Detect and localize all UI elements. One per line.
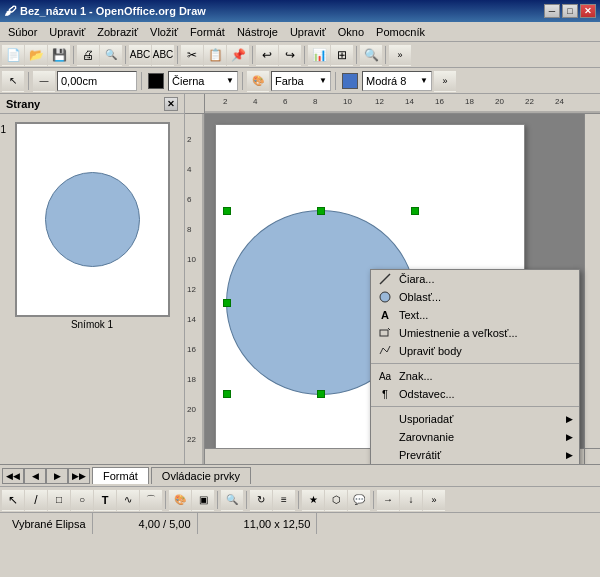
title-bar: 🖌 Bez_názvu 1 - OpenOffice.org Draw ─ □ …	[0, 0, 600, 22]
coord-input[interactable]: 0,00cm	[57, 71, 137, 91]
align-tool[interactable]: ≡	[273, 489, 295, 511]
handle-tl[interactable]	[223, 207, 231, 215]
callout-tool[interactable]: 💬	[348, 489, 370, 511]
scrollbar-vertical[interactable]	[584, 114, 600, 448]
maximize-button[interactable]: □	[562, 4, 578, 18]
curve-tool[interactable]: ∿	[117, 489, 139, 511]
more-btn2[interactable]: »	[434, 70, 456, 92]
handle-ml[interactable]	[223, 299, 231, 307]
undo-button[interactable]: ↩	[256, 44, 278, 66]
color-dropdown[interactable]: Čierna ▼	[168, 71, 238, 91]
next-page-btn[interactable]: ▶	[46, 468, 68, 484]
menu-format[interactable]: Formát	[184, 24, 231, 40]
color-arrow[interactable]: ▼	[226, 76, 234, 85]
text-tool[interactable]: T	[94, 489, 116, 511]
chart-button[interactable]: 📊	[308, 44, 330, 66]
close-button[interactable]: ✕	[580, 4, 596, 18]
menu-tools[interactable]: Nástroje	[231, 24, 284, 40]
line-color-arrow[interactable]: ▼	[420, 76, 428, 85]
rect-tool[interactable]: □	[48, 489, 70, 511]
slide-thumbnail[interactable]	[15, 122, 170, 317]
more-button[interactable]: »	[389, 44, 411, 66]
menu-view[interactable]: Zobraziť	[91, 24, 144, 40]
color-swatch[interactable]	[148, 73, 164, 89]
context-menu: Čiara... Oblasť... A Text... Umiestnenie…	[370, 269, 580, 464]
line-color-swatch[interactable]	[342, 73, 358, 89]
rotate-tool[interactable]: ↻	[250, 489, 272, 511]
ctx-position[interactable]: Umiestnenie a veľkosť...	[371, 324, 579, 342]
fill-btn[interactable]: 🎨	[247, 70, 269, 92]
select-tool[interactable]: ↖	[2, 489, 24, 511]
print-button[interactable]: 🖨	[77, 44, 99, 66]
ctx-ciara-label: Čiara...	[399, 273, 434, 285]
menu-edit[interactable]: Upraviť	[43, 24, 91, 40]
ctx-text[interactable]: A Text...	[371, 306, 579, 324]
line-color-dropdown[interactable]: Modrá 8 ▼	[362, 71, 432, 91]
fill-tool[interactable]: 🎨	[169, 489, 191, 511]
line-style-btn[interactable]: —	[33, 70, 55, 92]
ctx-arrange[interactable]: Usporiadať	[371, 410, 579, 428]
fill-arrow[interactable]: ▼	[319, 76, 327, 85]
ctx-edit-points[interactable]: Upraviť body	[371, 342, 579, 360]
sep5	[304, 46, 305, 64]
symbol-tool[interactable]: ★	[302, 489, 324, 511]
toolbar-standard: 📄 📂 💾 🖨 🔍 ABC ABC ✂ 📋 📌 ↩ ↪ 📊 ⊞ 🔍 »	[0, 42, 600, 68]
more-draw[interactable]: »	[423, 489, 445, 511]
cut-button[interactable]: ✂	[181, 44, 203, 66]
ctx-paragraph[interactable]: ¶ Odstavec...	[371, 385, 579, 403]
fill-dropdown[interactable]: Farba ▼	[271, 71, 331, 91]
menu-insert[interactable]: Vložiť	[144, 24, 184, 40]
zoom-tool[interactable]: 🔍	[221, 489, 243, 511]
sidebar-close-button[interactable]: ✕	[164, 97, 178, 111]
last-page-btn[interactable]: ▶▶	[68, 468, 90, 484]
redo-button[interactable]: ↪	[279, 44, 301, 66]
table-button[interactable]: ⊞	[331, 44, 353, 66]
line-tool[interactable]: /	[25, 489, 47, 511]
handle-tr[interactable]	[411, 207, 419, 215]
zoom-in[interactable]: 🔍	[360, 44, 382, 66]
copy-button[interactable]: 📋	[204, 44, 226, 66]
ctx-flip[interactable]: Prevrátiť	[371, 446, 579, 464]
spell-button[interactable]: ABC	[129, 44, 151, 66]
select-button[interactable]: ↖	[2, 70, 24, 92]
ctx-align-label: Zarovnanie	[399, 431, 454, 443]
prev-page-btn[interactable]: ◀◀	[2, 468, 24, 484]
paragraph-icon: ¶	[377, 386, 393, 402]
dsep5	[373, 491, 374, 509]
new-button[interactable]: 📄	[2, 44, 24, 66]
preview-button[interactable]: 🔍	[100, 44, 122, 66]
controls-tab[interactable]: Ovládacie prvky	[151, 467, 251, 484]
handle-tm[interactable]	[317, 207, 325, 215]
down-arrow[interactable]: ↓	[400, 489, 422, 511]
handle-bl[interactable]	[223, 390, 231, 398]
menu-help[interactable]: Pomocník	[370, 24, 431, 40]
menu-window[interactable]: Okno	[332, 24, 370, 40]
scroll-corner	[584, 448, 600, 464]
ellipse-tool[interactable]: ○	[71, 489, 93, 511]
ctx-oblast-label: Oblasť...	[399, 291, 441, 303]
save-button[interactable]: 💾	[48, 44, 70, 66]
open-button[interactable]: 📂	[25, 44, 47, 66]
ctx-align[interactable]: Zarovnanie	[371, 428, 579, 446]
svg-text:16: 16	[187, 345, 196, 354]
sidebar-header: Strany ✕	[0, 94, 184, 114]
shadow-tool[interactable]: ▣	[192, 489, 214, 511]
format-tab[interactable]: Formát	[92, 467, 149, 484]
right-arrow[interactable]: →	[377, 489, 399, 511]
sep1	[73, 46, 74, 64]
minimize-button[interactable]: ─	[544, 4, 560, 18]
menu-file[interactable]: Súbor	[2, 24, 43, 40]
menu-modify[interactable]: Upraviť	[284, 24, 332, 40]
connector-tool[interactable]: ⌒	[140, 489, 162, 511]
flowchart-tool[interactable]: ⬡	[325, 489, 347, 511]
ctx-char[interactable]: Aa Znak...	[371, 367, 579, 385]
ctx-ciara[interactable]: Čiara...	[371, 270, 579, 288]
autocorrect-button[interactable]: ABC	[152, 44, 174, 66]
svg-text:8: 8	[313, 97, 318, 106]
paste-button[interactable]: 📌	[227, 44, 249, 66]
handle-bm[interactable]	[317, 390, 325, 398]
ctx-oblast[interactable]: Oblasť...	[371, 288, 579, 306]
prev-page-btn2[interactable]: ◀	[24, 468, 46, 484]
canvas-area[interactable]: 2 4 6 8 10 12 14 16 18 20 22 24 2 4 6 8	[185, 94, 600, 464]
svg-text:14: 14	[405, 97, 414, 106]
